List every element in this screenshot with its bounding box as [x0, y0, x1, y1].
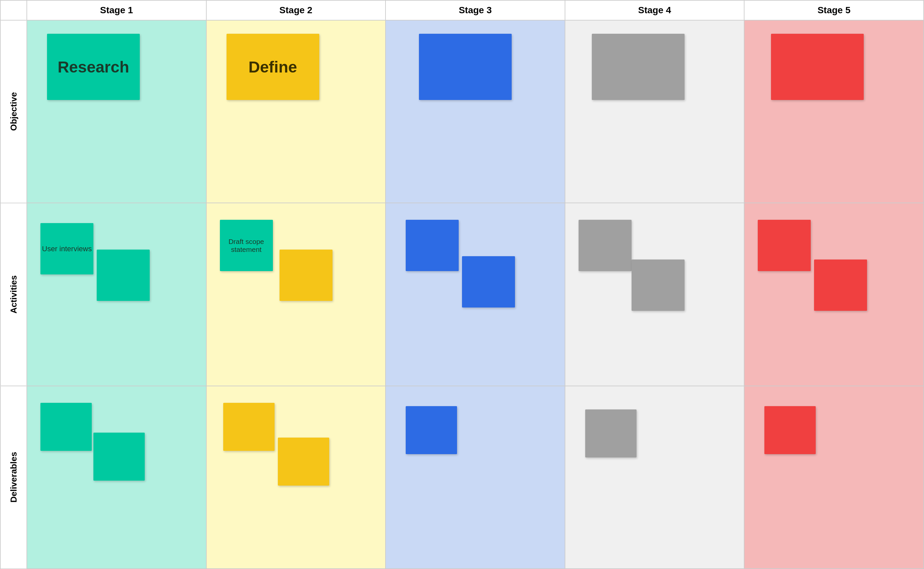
activities-stage5[interactable] [744, 203, 924, 386]
activities-stage4[interactable] [565, 203, 744, 386]
sticky-act-stage5-2[interactable] [814, 260, 867, 311]
activities-label: Activities [0, 203, 27, 386]
deliverables-stage4[interactable] [565, 386, 744, 569]
sticky-del-stage4-1[interactable] [585, 409, 637, 458]
objective-stage5[interactable] [744, 20, 924, 203]
stage3-header: Stage 3 [386, 0, 565, 20]
deliverables-stage2[interactable] [206, 386, 386, 569]
activities-stage3[interactable] [386, 203, 565, 386]
sticky-research[interactable]: Research [47, 34, 140, 100]
sticky-del-stage3-1[interactable] [406, 406, 457, 454]
sticky-act-stage4-1[interactable] [579, 220, 631, 271]
sticky-act-stage4-2[interactable] [631, 260, 685, 311]
stage2-header: Stage 2 [206, 0, 386, 20]
stage5-header: Stage 5 [744, 0, 924, 20]
stage4-header: Stage 4 [565, 0, 744, 20]
objective-stage2[interactable]: Define [206, 20, 386, 203]
sticky-del-stage2-2[interactable] [278, 438, 329, 485]
sticky-obj-stage3[interactable] [419, 34, 512, 100]
sticky-del-stage5-1[interactable] [764, 406, 816, 454]
objective-stage3[interactable] [386, 20, 565, 203]
deliverables-stage5[interactable] [744, 386, 924, 569]
deliverables-stage3[interactable] [386, 386, 565, 569]
stage1-header: Stage 1 [27, 0, 206, 20]
sticky-act-stage3-2[interactable] [462, 256, 515, 307]
sticky-obj-stage5[interactable] [771, 34, 864, 100]
corner-cell [0, 0, 27, 20]
sticky-del-stage2-1[interactable] [223, 403, 274, 451]
sticky-del-stage1-1[interactable] [40, 403, 92, 451]
sticky-del-stage1-2[interactable] [93, 433, 145, 481]
sticky-act-stage5-1[interactable] [758, 220, 811, 271]
deliverables-stage1[interactable] [27, 386, 206, 569]
objective-stage1[interactable]: Research [27, 20, 206, 203]
sticky-act-stage3-1[interactable] [406, 220, 459, 271]
objective-stage4[interactable] [565, 20, 744, 203]
deliverables-label: Deliverables [0, 386, 27, 569]
sticky-user-interviews[interactable]: User interviews [40, 223, 93, 274]
sticky-act-stage2-2[interactable] [279, 250, 332, 301]
activities-stage2[interactable]: Draft scope statement [206, 203, 386, 386]
objective-label: Objective [0, 20, 27, 203]
sticky-draft-scope[interactable]: Draft scope statement [220, 220, 273, 271]
kanban-grid: Stage 1 Stage 2 Stage 3 Stage 4 Stage 5 … [0, 0, 924, 569]
sticky-act-stage1-2[interactable] [97, 250, 150, 301]
activities-stage1[interactable]: User interviews [27, 203, 206, 386]
sticky-obj-stage4[interactable] [592, 34, 685, 100]
sticky-define[interactable]: Define [227, 34, 319, 100]
